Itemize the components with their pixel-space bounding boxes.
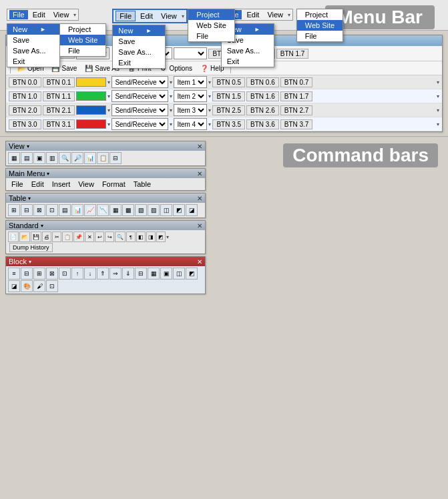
tbl-icon-10[interactable]: ▩	[122, 204, 134, 216]
view-expand-icon[interactable]: ▾	[27, 143, 29, 149]
sr-arrow-3[interactable]: ▾	[170, 121, 172, 127]
blk-icon-5[interactable]: ⊡	[59, 268, 71, 280]
blk-icon-1[interactable]: ≡	[8, 268, 20, 280]
view-icon-4[interactable]: ▥	[46, 152, 58, 164]
edit-menu-item-1[interactable]: Edit	[29, 10, 49, 19]
tbl-icon-2[interactable]: ⊟	[21, 204, 33, 216]
row-expand-2[interactable]: ▾	[437, 107, 439, 113]
submenu-website-3[interactable]: Web Site	[297, 20, 343, 31]
std-more-arrow[interactable]: ▾	[166, 234, 169, 240]
item-arrow-2[interactable]: ▾	[208, 107, 211, 113]
std-b3[interactable]: ◩	[156, 231, 166, 242]
g1-btn10[interactable]: BTN 1.0	[9, 91, 41, 101]
send-receive-1[interactable]: Send/Receive	[111, 90, 168, 102]
blk-icon-10[interactable]: ⇓	[122, 268, 134, 280]
blk-icon-7[interactable]: ↓	[84, 268, 96, 280]
blk-icon-9[interactable]: ⇒	[109, 268, 122, 280]
popup-saveas-2[interactable]: Save As...	[113, 47, 165, 57]
view-icon-9[interactable]: ⊟	[109, 152, 122, 164]
blk-icon-18[interactable]: 🖌	[33, 280, 45, 292]
g2-btn27[interactable]: BTN 2.7	[280, 105, 313, 115]
mm-insert[interactable]: Insert	[49, 179, 74, 189]
send-receive-3[interactable]: Send/Receive	[111, 118, 168, 130]
mm-view[interactable]: View	[75, 179, 97, 189]
blk-icon-8[interactable]: ⇑	[97, 268, 109, 280]
view-icon-1[interactable]: ▦	[8, 152, 20, 164]
g2-btn25[interactable]: BTN 2.5	[212, 105, 245, 115]
tbl-icon-6[interactable]: 📊	[71, 204, 83, 216]
tbl-icon-13[interactable]: ◫	[160, 204, 172, 216]
submenu-file-3[interactable]: File	[297, 31, 343, 41]
mm-file[interactable]: File	[8, 179, 27, 189]
mm-edit[interactable]: Edit	[28, 179, 47, 189]
g0-btn06[interactable]: BTN 0.6	[246, 77, 279, 87]
tbl-icon-11[interactable]: ▧	[135, 204, 147, 216]
g1-btn11[interactable]: BTN 1.1	[43, 91, 75, 101]
item-select-2[interactable]: Item 3	[174, 104, 207, 116]
std-undo[interactable]: ↩	[95, 231, 104, 242]
tbl-icon-5[interactable]: ▤	[59, 204, 71, 216]
std-paste[interactable]: 📌	[73, 231, 84, 242]
blk-icon-14[interactable]: ◫	[173, 268, 185, 280]
tbl-icon-1[interactable]: ⊞	[8, 204, 20, 216]
popup-exit-1[interactable]: Exit	[7, 56, 59, 67]
g2-btn21[interactable]: BTN 2.1	[43, 105, 75, 115]
g3-btn31[interactable]: BTN 3.1	[43, 119, 75, 129]
btn-1-7[interactable]: BTN 1.7	[276, 49, 309, 59]
sr-arrow-1[interactable]: ▾	[170, 93, 172, 99]
tbl-icon-7[interactable]: 📈	[84, 204, 96, 216]
row-expand-3[interactable]: ▾	[437, 121, 439, 127]
blk-icon-17[interactable]: 🎨	[21, 280, 33, 292]
popup-save-1[interactable]: Save	[7, 35, 59, 45]
edit-menu-item-3[interactable]: Edit	[243, 10, 262, 19]
row-expand-1[interactable]: ▾	[437, 93, 439, 99]
submenu-project-3[interactable]: Project	[297, 9, 343, 20]
sr-arrow-2[interactable]: ▾	[170, 107, 172, 113]
menu-bar-1[interactable]: File Edit View ▾	[7, 9, 79, 21]
submenu-project-1[interactable]: Project	[60, 24, 105, 35]
extra-select-top[interactable]	[174, 47, 207, 59]
view-menu-item-2[interactable]: View	[158, 11, 180, 21]
std-new[interactable]: 📄	[8, 231, 19, 242]
g0-btn07[interactable]: BTN 0.7	[280, 77, 313, 87]
blk-icon-12[interactable]: ▦	[148, 268, 160, 280]
g3-btn35[interactable]: BTN 3.5	[212, 119, 245, 129]
g1-btn16[interactable]: BTN 1.6	[246, 91, 279, 101]
std-print[interactable]: 🖨	[42, 231, 51, 242]
view-menu-item-3[interactable]: View	[264, 10, 286, 19]
view-icon-3[interactable]: ▣	[33, 152, 45, 164]
table-expand-icon[interactable]: ▾	[28, 195, 31, 201]
blk-icon-4[interactable]: ⊠	[46, 268, 58, 280]
std-delete[interactable]: ✕	[85, 231, 94, 242]
g2-btn20[interactable]: BTN 2.0	[9, 105, 41, 115]
standard-close-icon[interactable]: ✕	[197, 222, 202, 229]
blk-icon-19[interactable]: ⊡	[46, 280, 58, 292]
tbl-icon-14[interactable]: ◩	[173, 204, 185, 216]
swatch-arrow-1[interactable]: ▾	[107, 93, 110, 99]
popup-save-2[interactable]: Save	[113, 36, 165, 47]
g1-btn17[interactable]: BTN 1.7	[280, 91, 313, 101]
view-menu-item-1[interactable]: View	[50, 10, 73, 19]
mm-table[interactable]: Table	[130, 179, 154, 189]
std-save[interactable]: 💾	[31, 231, 41, 242]
popup-saveas-3[interactable]: Save As...	[222, 45, 274, 56]
std-b2[interactable]: ◨	[146, 231, 156, 242]
item-select-0[interactable]: Item 1	[174, 76, 207, 88]
blk-icon-15[interactable]: ◩	[186, 268, 198, 280]
blk-icon-6[interactable]: ↑	[71, 268, 83, 280]
tbl-icon-3[interactable]: ⊠	[33, 204, 45, 216]
send-receive-2[interactable]: Send/Receive	[111, 104, 168, 116]
g0-btn00[interactable]: BTN 0.0	[9, 77, 41, 87]
swatch-arrow-0[interactable]: ▾	[107, 79, 110, 85]
send-receive-0[interactable]: Send/Receive	[111, 76, 168, 88]
view-icon-8[interactable]: 📋	[97, 152, 109, 164]
g2-btn26[interactable]: BTN 2.6	[246, 105, 279, 115]
view-icon-7[interactable]: 📊	[84, 152, 96, 164]
mm-format[interactable]: Format	[99, 179, 129, 189]
block-expand-icon[interactable]: ▾	[29, 259, 31, 265]
item-select-3[interactable]: Item 4	[174, 118, 207, 130]
std-cut[interactable]: ✂	[52, 231, 61, 242]
g0-btn01[interactable]: BTN 0.1	[43, 77, 75, 87]
g3-btn36[interactable]: BTN 3.6	[246, 119, 279, 129]
item-arrow-1[interactable]: ▾	[208, 93, 211, 99]
